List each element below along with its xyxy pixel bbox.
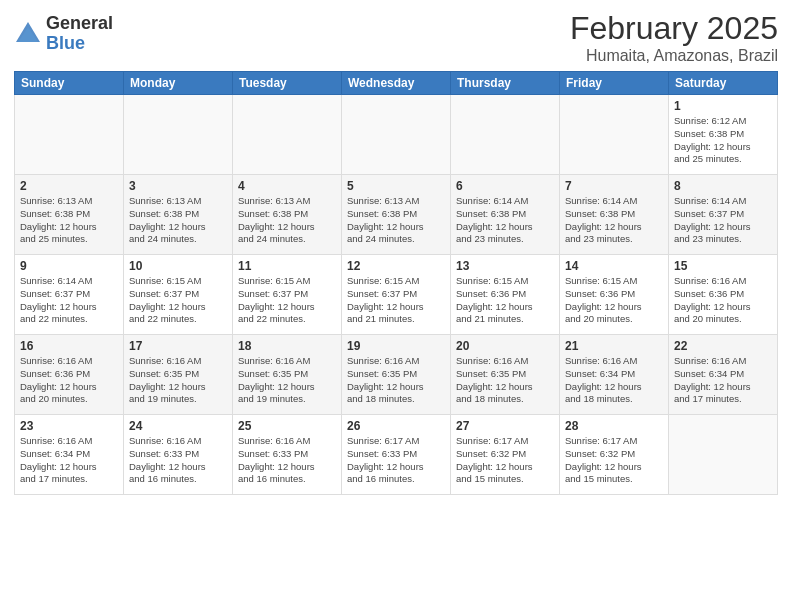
cell-4-3: 26Sunrise: 6:17 AMSunset: 6:33 PMDayligh… xyxy=(342,415,451,495)
cell-2-4: 13Sunrise: 6:15 AMSunset: 6:36 PMDayligh… xyxy=(451,255,560,335)
logo-general-text: General xyxy=(46,14,113,34)
day-info-4-2: Sunrise: 6:16 AMSunset: 6:33 PMDaylight:… xyxy=(238,435,336,486)
cell-4-6 xyxy=(669,415,778,495)
cell-3-5: 21Sunrise: 6:16 AMSunset: 6:34 PMDayligh… xyxy=(560,335,669,415)
week-row-2: 9Sunrise: 6:14 AMSunset: 6:37 PMDaylight… xyxy=(15,255,778,335)
day-info-0-6: Sunrise: 6:12 AMSunset: 6:38 PMDaylight:… xyxy=(674,115,772,166)
page: General Blue February 2025 Humaita, Amaz… xyxy=(0,0,792,612)
day-info-4-4: Sunrise: 6:17 AMSunset: 6:32 PMDaylight:… xyxy=(456,435,554,486)
header-monday: Monday xyxy=(124,72,233,95)
cell-0-5 xyxy=(560,95,669,175)
day-info-1-2: Sunrise: 6:13 AMSunset: 6:38 PMDaylight:… xyxy=(238,195,336,246)
day-number-3-1: 17 xyxy=(129,339,227,353)
day-number-2-4: 13 xyxy=(456,259,554,273)
calendar-title: February 2025 xyxy=(570,10,778,47)
day-number-3-6: 22 xyxy=(674,339,772,353)
cell-4-2: 25Sunrise: 6:16 AMSunset: 6:33 PMDayligh… xyxy=(233,415,342,495)
day-info-2-0: Sunrise: 6:14 AMSunset: 6:37 PMDaylight:… xyxy=(20,275,118,326)
cell-0-3 xyxy=(342,95,451,175)
week-row-1: 2Sunrise: 6:13 AMSunset: 6:38 PMDaylight… xyxy=(15,175,778,255)
cell-0-1 xyxy=(124,95,233,175)
day-info-3-6: Sunrise: 6:16 AMSunset: 6:34 PMDaylight:… xyxy=(674,355,772,406)
day-number-4-2: 25 xyxy=(238,419,336,433)
cell-0-4 xyxy=(451,95,560,175)
day-number-1-2: 4 xyxy=(238,179,336,193)
day-number-2-2: 11 xyxy=(238,259,336,273)
day-number-1-4: 6 xyxy=(456,179,554,193)
week-row-4: 23Sunrise: 6:16 AMSunset: 6:34 PMDayligh… xyxy=(15,415,778,495)
day-info-4-1: Sunrise: 6:16 AMSunset: 6:33 PMDaylight:… xyxy=(129,435,227,486)
header-saturday: Saturday xyxy=(669,72,778,95)
logo-icon xyxy=(14,20,42,48)
day-info-2-1: Sunrise: 6:15 AMSunset: 6:37 PMDaylight:… xyxy=(129,275,227,326)
cell-1-2: 4Sunrise: 6:13 AMSunset: 6:38 PMDaylight… xyxy=(233,175,342,255)
cell-1-6: 8Sunrise: 6:14 AMSunset: 6:37 PMDaylight… xyxy=(669,175,778,255)
day-number-2-5: 14 xyxy=(565,259,663,273)
day-number-1-1: 3 xyxy=(129,179,227,193)
header-thursday: Thursday xyxy=(451,72,560,95)
day-number-3-4: 20 xyxy=(456,339,554,353)
header-wednesday: Wednesday xyxy=(342,72,451,95)
calendar-body: 1Sunrise: 6:12 AMSunset: 6:38 PMDaylight… xyxy=(15,95,778,495)
day-info-3-0: Sunrise: 6:16 AMSunset: 6:36 PMDaylight:… xyxy=(20,355,118,406)
cell-0-2 xyxy=(233,95,342,175)
calendar-subtitle: Humaita, Amazonas, Brazil xyxy=(570,47,778,65)
cell-1-0: 2Sunrise: 6:13 AMSunset: 6:38 PMDaylight… xyxy=(15,175,124,255)
cell-4-1: 24Sunrise: 6:16 AMSunset: 6:33 PMDayligh… xyxy=(124,415,233,495)
day-number-1-3: 5 xyxy=(347,179,445,193)
cell-2-5: 14Sunrise: 6:15 AMSunset: 6:36 PMDayligh… xyxy=(560,255,669,335)
cell-4-0: 23Sunrise: 6:16 AMSunset: 6:34 PMDayligh… xyxy=(15,415,124,495)
day-number-2-6: 15 xyxy=(674,259,772,273)
header: General Blue February 2025 Humaita, Amaz… xyxy=(14,10,778,65)
cell-3-2: 18Sunrise: 6:16 AMSunset: 6:35 PMDayligh… xyxy=(233,335,342,415)
cell-3-6: 22Sunrise: 6:16 AMSunset: 6:34 PMDayligh… xyxy=(669,335,778,415)
day-number-1-6: 8 xyxy=(674,179,772,193)
cell-3-4: 20Sunrise: 6:16 AMSunset: 6:35 PMDayligh… xyxy=(451,335,560,415)
day-number-1-0: 2 xyxy=(20,179,118,193)
day-info-2-6: Sunrise: 6:16 AMSunset: 6:36 PMDaylight:… xyxy=(674,275,772,326)
day-info-1-3: Sunrise: 6:13 AMSunset: 6:38 PMDaylight:… xyxy=(347,195,445,246)
cell-0-6: 1Sunrise: 6:12 AMSunset: 6:38 PMDaylight… xyxy=(669,95,778,175)
calendar-table: Sunday Monday Tuesday Wednesday Thursday… xyxy=(14,71,778,495)
day-info-4-0: Sunrise: 6:16 AMSunset: 6:34 PMDaylight:… xyxy=(20,435,118,486)
header-friday: Friday xyxy=(560,72,669,95)
day-info-1-1: Sunrise: 6:13 AMSunset: 6:38 PMDaylight:… xyxy=(129,195,227,246)
day-info-1-0: Sunrise: 6:13 AMSunset: 6:38 PMDaylight:… xyxy=(20,195,118,246)
day-info-2-2: Sunrise: 6:15 AMSunset: 6:37 PMDaylight:… xyxy=(238,275,336,326)
week-row-0: 1Sunrise: 6:12 AMSunset: 6:38 PMDaylight… xyxy=(15,95,778,175)
day-info-3-5: Sunrise: 6:16 AMSunset: 6:34 PMDaylight:… xyxy=(565,355,663,406)
day-info-2-4: Sunrise: 6:15 AMSunset: 6:36 PMDaylight:… xyxy=(456,275,554,326)
cell-1-1: 3Sunrise: 6:13 AMSunset: 6:38 PMDaylight… xyxy=(124,175,233,255)
day-number-1-5: 7 xyxy=(565,179,663,193)
title-block: February 2025 Humaita, Amazonas, Brazil xyxy=(570,10,778,65)
logo-text: General Blue xyxy=(46,14,113,54)
day-info-2-5: Sunrise: 6:15 AMSunset: 6:36 PMDaylight:… xyxy=(565,275,663,326)
cell-0-0 xyxy=(15,95,124,175)
day-number-2-1: 10 xyxy=(129,259,227,273)
day-info-1-5: Sunrise: 6:14 AMSunset: 6:38 PMDaylight:… xyxy=(565,195,663,246)
day-number-0-6: 1 xyxy=(674,99,772,113)
header-tuesday: Tuesday xyxy=(233,72,342,95)
day-info-1-6: Sunrise: 6:14 AMSunset: 6:37 PMDaylight:… xyxy=(674,195,772,246)
day-number-3-3: 19 xyxy=(347,339,445,353)
day-number-4-3: 26 xyxy=(347,419,445,433)
cell-4-4: 27Sunrise: 6:17 AMSunset: 6:32 PMDayligh… xyxy=(451,415,560,495)
calendar-header: Sunday Monday Tuesday Wednesday Thursday… xyxy=(15,72,778,95)
day-number-3-0: 16 xyxy=(20,339,118,353)
cell-4-5: 28Sunrise: 6:17 AMSunset: 6:32 PMDayligh… xyxy=(560,415,669,495)
day-number-4-4: 27 xyxy=(456,419,554,433)
cell-1-4: 6Sunrise: 6:14 AMSunset: 6:38 PMDaylight… xyxy=(451,175,560,255)
day-number-4-1: 24 xyxy=(129,419,227,433)
logo-blue-text: Blue xyxy=(46,34,113,54)
cell-2-2: 11Sunrise: 6:15 AMSunset: 6:37 PMDayligh… xyxy=(233,255,342,335)
day-number-4-0: 23 xyxy=(20,419,118,433)
day-info-4-3: Sunrise: 6:17 AMSunset: 6:33 PMDaylight:… xyxy=(347,435,445,486)
cell-3-0: 16Sunrise: 6:16 AMSunset: 6:36 PMDayligh… xyxy=(15,335,124,415)
header-row: Sunday Monday Tuesday Wednesday Thursday… xyxy=(15,72,778,95)
cell-3-1: 17Sunrise: 6:16 AMSunset: 6:35 PMDayligh… xyxy=(124,335,233,415)
logo: General Blue xyxy=(14,14,113,54)
day-number-3-5: 21 xyxy=(565,339,663,353)
header-sunday: Sunday xyxy=(15,72,124,95)
day-info-4-5: Sunrise: 6:17 AMSunset: 6:32 PMDaylight:… xyxy=(565,435,663,486)
cell-2-1: 10Sunrise: 6:15 AMSunset: 6:37 PMDayligh… xyxy=(124,255,233,335)
